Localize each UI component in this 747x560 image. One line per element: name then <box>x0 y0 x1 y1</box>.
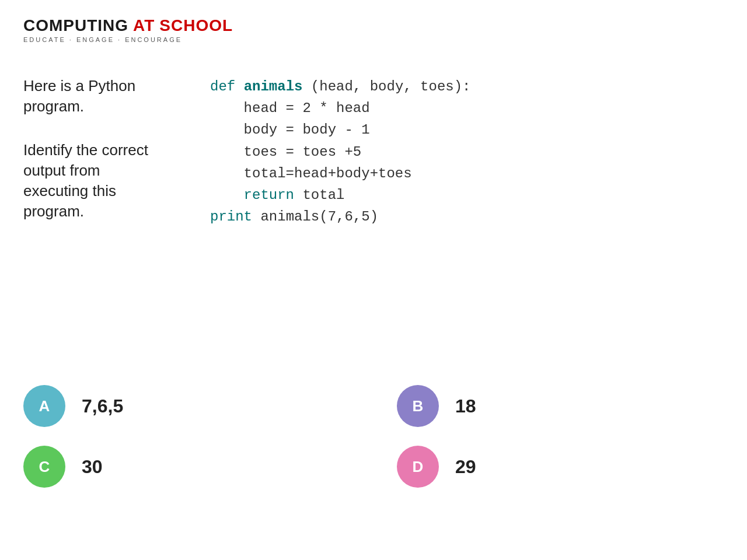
left-text: Here is a Python program. Identify the c… <box>23 76 175 222</box>
code-block: def animals (head, body, toes): head = 2… <box>210 76 471 228</box>
code-line-3: body = body - 1 <box>210 119 471 141</box>
answer-circle-a[interactable]: A <box>23 385 65 427</box>
answer-column-left: A 7,6,5 C 30 <box>23 385 210 488</box>
intro-paragraph: Here is a Python program. <box>23 76 175 117</box>
answer-item-c[interactable]: C 30 <box>23 446 210 488</box>
code-line-2: head = 2 * head <box>210 97 471 119</box>
answer-item-a[interactable]: A 7,6,5 <box>23 385 210 427</box>
logo: COMPUTING AT SCHOOL EDUCATE · ENGAGE · E… <box>23 16 233 43</box>
code-line-6: return total <box>210 184 471 206</box>
answer-value-a: 7,6,5 <box>82 396 123 417</box>
code-line-4: toes = toes +5 <box>210 141 471 163</box>
answer-item-b[interactable]: B 18 <box>397 385 584 427</box>
answer-value-d: 29 <box>455 456 476 478</box>
answer-value-b: 18 <box>455 396 476 417</box>
logo-school: SCHOOL <box>159 16 233 35</box>
code-line-1: def animals (head, body, toes): <box>210 76 471 97</box>
code-line-5: total=head+body+toes <box>210 163 471 184</box>
answer-circle-b[interactable]: B <box>397 385 439 427</box>
answer-value-c: 30 <box>82 456 103 478</box>
question-paragraph: Identify the correct output from executi… <box>23 140 175 222</box>
answer-circle-c[interactable]: C <box>23 446 65 488</box>
logo-computing: COMPUTING <box>23 16 128 35</box>
answer-item-d[interactable]: D 29 <box>397 446 584 488</box>
logo-subtitle: EDUCATE · ENGAGE · ENCOURAGE <box>23 36 233 43</box>
code-line-7: print animals(7,6,5) <box>210 206 471 228</box>
answer-column-right: B 18 D 29 <box>397 385 584 488</box>
answers-area: A 7,6,5 C 30 B 18 D 29 <box>23 385 724 488</box>
answer-circle-d[interactable]: D <box>397 446 439 488</box>
logo-at: AT <box>133 16 155 35</box>
